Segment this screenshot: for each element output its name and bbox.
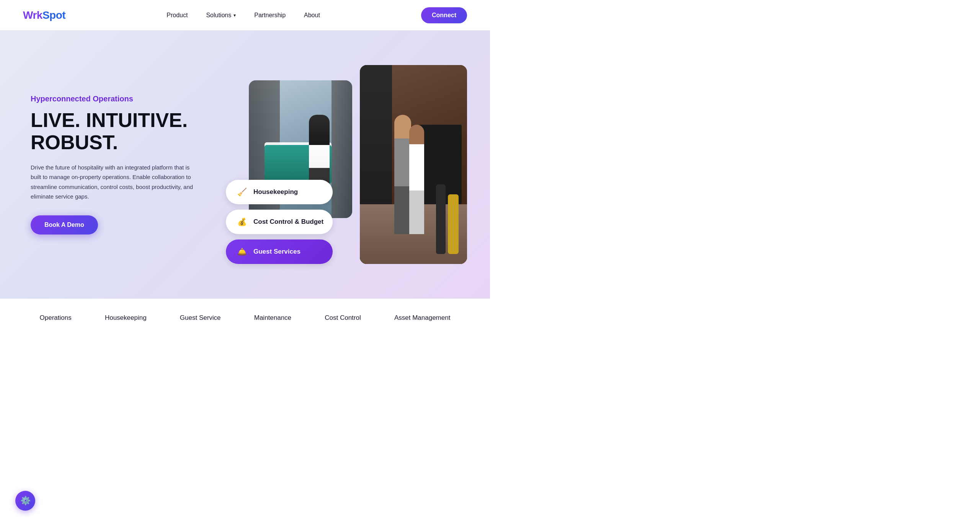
bottom-nav-guest-service[interactable]: Guest Service (180, 314, 221, 322)
bottom-nav-operations[interactable]: Operations (40, 314, 72, 322)
housekeeping-icon: 🧹 (235, 185, 249, 199)
connect-button[interactable]: Connect (421, 7, 467, 23)
pill-housekeeping-label: Housekeeping (253, 188, 298, 196)
bottom-nav-asset-management[interactable]: Asset Management (394, 314, 450, 322)
bottom-nav-maintenance[interactable]: Maintenance (254, 314, 291, 322)
lobby-photo (360, 65, 467, 264)
chevron-down-icon: ▾ (234, 13, 236, 18)
nav-solutions[interactable]: Solutions ▾ (206, 12, 236, 19)
pill-cost-control-label: Cost Control & Budget (253, 218, 323, 226)
nav-about[interactable]: About (304, 12, 320, 19)
hero-content: Hyperconnected Operations LIVE. INTUITIV… (31, 94, 230, 234)
hero-subtitle: Hyperconnected Operations (31, 94, 230, 103)
bottom-navigation: Operations Housekeeping Guest Service Ma… (0, 298, 490, 337)
pill-cost-control[interactable]: 💰 Cost Control & Budget (226, 210, 333, 234)
logo-wrk: Wrk (23, 9, 42, 21)
bottom-nav-housekeeping[interactable]: Housekeeping (105, 314, 147, 322)
nav-product[interactable]: Product (167, 12, 188, 19)
nav-links: Product Solutions ▾ Partnership About (167, 12, 320, 19)
pill-guest-services[interactable]: 🛎️ Guest Services (226, 239, 333, 264)
pill-guest-services-label: Guest Services (253, 248, 301, 256)
hero-visual: 🧹 Housekeeping 💰 Cost Control & Budget 🛎… (230, 57, 467, 272)
pill-housekeeping[interactable]: 🧹 Housekeeping (226, 180, 333, 204)
hero-title: LIVE. INTUITIVE. ROBUST. (31, 109, 230, 153)
service-pills: 🧹 Housekeeping 💰 Cost Control & Budget 🛎… (226, 180, 333, 264)
logo-spot: Spot (42, 9, 65, 21)
hero-section: Hyperconnected Operations LIVE. INTUITIV… (0, 31, 490, 298)
guest-services-icon: 🛎️ (235, 245, 249, 259)
bottom-nav-cost-control[interactable]: Cost Control (325, 314, 361, 322)
hero-description: Drive the future of hospitality with an … (31, 163, 199, 202)
book-demo-button[interactable]: Book A Demo (31, 215, 98, 235)
brand-logo[interactable]: WrkSpot (23, 9, 65, 21)
cost-control-icon: 💰 (235, 215, 249, 229)
nav-partnership[interactable]: Partnership (254, 12, 286, 19)
navbar: WrkSpot Product Solutions ▾ Partnership … (0, 0, 490, 31)
